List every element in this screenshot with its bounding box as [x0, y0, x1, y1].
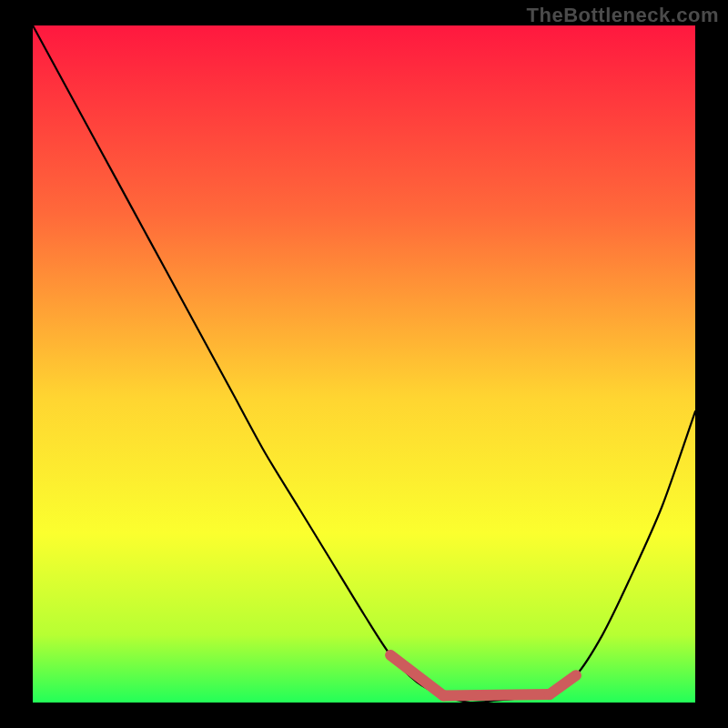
- chart-svg: [33, 25, 695, 703]
- gradient-background: [33, 25, 695, 703]
- highlight-segment: [443, 694, 549, 695]
- plot-area: [33, 25, 695, 703]
- watermark-text: TheBottleneck.com: [527, 4, 719, 27]
- chart-frame: TheBottleneck.com: [0, 0, 728, 728]
